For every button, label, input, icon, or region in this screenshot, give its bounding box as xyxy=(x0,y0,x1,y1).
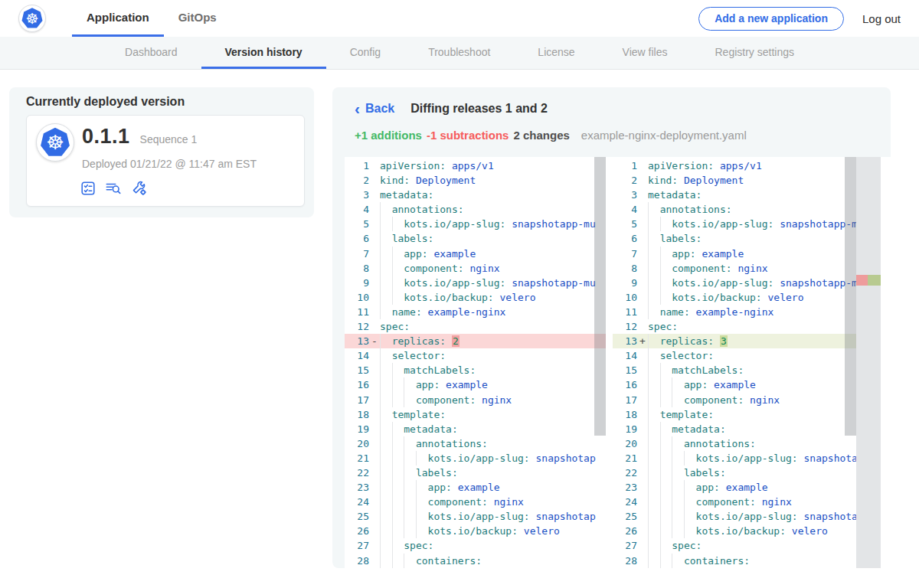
diff-line-10: 10kots.io/backup: velero xyxy=(613,290,856,305)
subtab-dashboard[interactable]: Dashboard xyxy=(101,37,201,69)
subtab-registry-settings[interactable]: Registry settings xyxy=(692,37,818,69)
version-number: 0.1.1 xyxy=(82,125,130,149)
diff-line-17: 17component: nginx xyxy=(613,393,856,407)
diff-line-5: 5kots.io/app-slug: snapshotapp-mu xyxy=(613,217,856,231)
version-action-icons xyxy=(80,180,149,197)
add-application-button[interactable]: Add a new application xyxy=(698,7,844,31)
diff-line-17: 17component: nginx xyxy=(345,393,606,407)
diff-line-1: 1apiVersion: apps/v1 xyxy=(613,158,856,173)
diff-card: ‹ Back Diffing releases 1 and 2 +1 addit… xyxy=(332,87,891,568)
diff-line-4: 4annotations: xyxy=(345,202,606,217)
diff-line-8: 8component: nginx xyxy=(345,261,606,276)
diff-line-3: 3metadata: xyxy=(613,188,856,202)
diff-title: Diffing releases 1 and 2 xyxy=(410,102,548,116)
kubernetes-helm-icon: ☸ xyxy=(21,7,44,30)
diff-line-11: 11name: example-nginx xyxy=(345,305,606,319)
diff-line-13: 13-replicas: 2 xyxy=(345,334,606,348)
diff-line-15: 15matchLabels: xyxy=(613,363,856,377)
diff-line-16: 16app: example xyxy=(613,377,856,392)
diff-line-7: 7app: example xyxy=(613,247,856,261)
diff-line-26: 26kots.io/backup: velero xyxy=(345,524,606,538)
diff-line-12: 12spec: xyxy=(345,319,606,334)
diff-line-21: 21kots.io/app-slug: snapshotap xyxy=(345,451,606,466)
diff-line-14: 14selector: xyxy=(613,348,856,363)
subtractions-count: -1 subtractions xyxy=(427,129,509,142)
diff-line-24: 24component: nginx xyxy=(345,495,606,509)
diff-line-20: 20annotations: xyxy=(613,436,856,451)
diff-line-14: 14selector: xyxy=(345,348,606,363)
app-logo: ☸ xyxy=(36,123,74,162)
diff-line-13: 13+replicas: 3 xyxy=(613,334,856,348)
subtab-config[interactable]: Config xyxy=(326,37,404,69)
deployed-version-tile: ☸ 0.1.1 Sequence 1 Deployed 01/21/22 @ 1… xyxy=(26,115,305,207)
diff-line-22: 22labels: xyxy=(613,466,856,480)
diff-line-7: 7app: example xyxy=(345,247,606,261)
chevron-left-icon: ‹ xyxy=(355,103,360,115)
changes-count: 2 changes xyxy=(513,129,569,142)
tab-application[interactable]: Application xyxy=(72,0,164,37)
diff-line-4: 4annotations: xyxy=(613,202,856,217)
diff-line-15: 15matchLabels: xyxy=(345,363,606,377)
diff-line-6: 6labels: xyxy=(345,231,606,246)
deployed-card-title: Currently deployed version xyxy=(26,95,185,109)
diff-line-19: 19metadata: xyxy=(345,422,606,436)
diff-editor: 1apiVersion: apps/v12kind: Deployment3me… xyxy=(345,157,891,568)
config-icon[interactable] xyxy=(130,180,149,197)
top-nav: ☸ Application GitOps Add a new applicati… xyxy=(0,0,919,37)
diff-line-25: 25kots.io/app-slug: snapshotap xyxy=(345,509,606,524)
diff-line-12: 12spec: xyxy=(613,319,856,334)
additions-count: +1 additions xyxy=(355,129,422,142)
diff-line-23: 23app: example xyxy=(613,480,856,495)
logout-link[interactable]: Log out xyxy=(862,12,901,25)
diff-line-11: 11name: example-nginx xyxy=(613,305,856,319)
diff-line-18: 18template: xyxy=(613,407,856,422)
diff-line-18: 18template: xyxy=(345,407,606,422)
diff-line-19: 19metadata: xyxy=(613,422,856,436)
diff-line-20: 20annotations: xyxy=(345,436,606,451)
subtab-troubleshoot[interactable]: Troubleshoot xyxy=(404,37,514,69)
diff-line-21: 21kots.io/app-slug: snapshotap xyxy=(613,451,856,466)
sub-nav: Dashboard Version history Config Trouble… xyxy=(0,37,919,70)
diff-pane-modified[interactable]: 1apiVersion: apps/v12kind: Deployment3me… xyxy=(613,158,856,568)
diff-pane-original[interactable]: 1apiVersion: apps/v12kind: Deployment3me… xyxy=(345,158,606,568)
subtab-license[interactable]: License xyxy=(514,37,598,69)
diff-line-23: 23app: example xyxy=(345,480,606,495)
diff-line-26: 26kots.io/backup: velero xyxy=(613,524,856,538)
diff-line-27: 27spec: xyxy=(613,538,856,553)
kubernetes-helm-icon: ☸ xyxy=(39,126,71,158)
overview-marker-removed xyxy=(856,275,868,286)
diff-line-2: 2kind: Deployment xyxy=(613,173,856,188)
diff-line-27: 27spec: xyxy=(345,538,606,553)
subtab-view-files[interactable]: View files xyxy=(599,37,692,69)
diff-line-6: 6labels: xyxy=(613,231,856,246)
overview-marker-added xyxy=(868,275,881,286)
top-tabs: Application GitOps xyxy=(72,0,231,37)
kubernetes-logo: ☸ xyxy=(18,5,46,32)
deploy-logs-icon[interactable] xyxy=(104,180,123,197)
tab-gitops[interactable]: GitOps xyxy=(164,0,231,37)
release-notes-icon[interactable] xyxy=(80,180,96,197)
subtab-version-history[interactable]: Version history xyxy=(201,37,326,69)
diff-line-16: 16app: example xyxy=(345,377,606,392)
diff-line-10: 10kots.io/backup: velero xyxy=(345,290,606,305)
diff-line-28: 28containers: xyxy=(613,554,856,568)
diff-filename: example-nginx-deployment.yaml xyxy=(581,129,747,142)
diff-line-28: 28containers: xyxy=(345,554,606,568)
sequence-label: Sequence 1 xyxy=(140,133,198,145)
diff-line-2: 2kind: Deployment xyxy=(345,173,606,188)
diff-line-9: 9kots.io/app-slug: snapshotapp-mu xyxy=(345,276,606,290)
main-content: Currently deployed version ☸ 0.1.1 Seque… xyxy=(0,70,919,586)
deployed-timestamp: Deployed 01/21/22 @ 11:47 am EST xyxy=(82,158,257,170)
scrollbar-thumb-left[interactable] xyxy=(594,157,606,436)
diff-line-25: 25kots.io/app-slug: snapshotap xyxy=(613,509,856,524)
diff-line-9: 9kots.io/app-slug: snapshotapp-mu xyxy=(613,276,856,290)
back-button[interactable]: ‹ Back xyxy=(355,102,394,116)
diff-line-8: 8component: nginx xyxy=(613,261,856,276)
diff-overview-ruler[interactable] xyxy=(856,157,881,568)
diff-stats: +1 additions -1 subtractions 2 changes e… xyxy=(355,129,747,142)
scrollbar-thumb-right[interactable] xyxy=(845,157,856,436)
diff-line-22: 22labels: xyxy=(345,466,606,480)
currently-deployed-card: Currently deployed version ☸ 0.1.1 Seque… xyxy=(9,87,314,217)
diff-line-5: 5kots.io/app-slug: snapshotapp-mu xyxy=(345,217,606,231)
diff-line-24: 24component: nginx xyxy=(613,495,856,509)
